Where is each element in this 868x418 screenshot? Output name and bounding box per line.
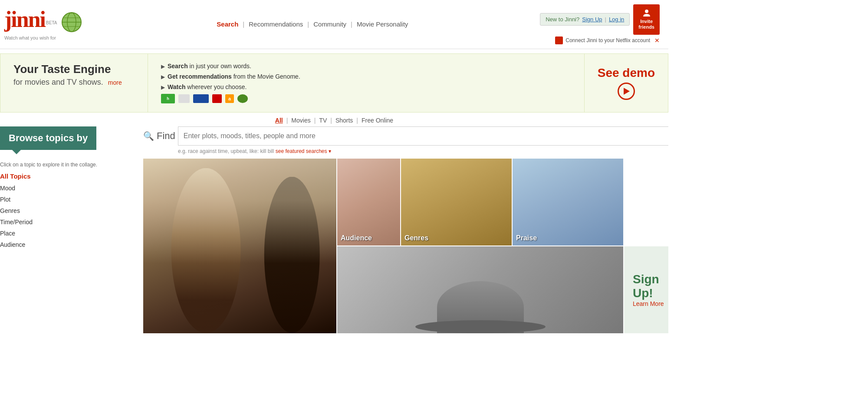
filter-shorts[interactable]: Shorts bbox=[335, 117, 353, 124]
hero-feature-watch: ▶ Watch wherever you choose. bbox=[161, 83, 571, 90]
nav-recommendations[interactable]: Recommendations bbox=[249, 20, 303, 28]
search-icon: 🔍 bbox=[143, 131, 154, 141]
blockbuster-icon bbox=[193, 94, 209, 103]
feature-recs-bold: Get recommendations bbox=[168, 73, 232, 80]
hero-left: Your Taste Engine for movies and TV show… bbox=[0, 54, 148, 112]
topic-genres[interactable]: Genres bbox=[0, 205, 132, 216]
filter-sep-3: | bbox=[330, 117, 332, 124]
collage-praise-cell[interactable]: Praise bbox=[513, 159, 623, 245]
main-content: Browse topics by Click on a topic to exp… bbox=[0, 126, 668, 333]
filter-sep-2: | bbox=[314, 117, 316, 124]
search-input[interactable] bbox=[178, 126, 668, 146]
logo[interactable]: jinniBETA Watch what you wish for bbox=[4, 8, 85, 40]
signup-line2: Up! bbox=[633, 286, 653, 300]
login-link[interactable]: Log in bbox=[609, 16, 624, 23]
search-area: 🔍 Find Go e.g. race against time, upbeat… bbox=[139, 126, 668, 333]
browse-topics-button[interactable]: Browse topics by bbox=[0, 126, 96, 150]
netflix-watch-icon bbox=[212, 94, 222, 103]
auth-bar: New to Jinni? Sign Up | Log in bbox=[540, 13, 630, 26]
see-demo-area[interactable]: See demo bbox=[585, 54, 668, 112]
netflix-bar: Connect Jinni to your Netflix account ✕ bbox=[555, 36, 660, 44]
vudu-icon bbox=[178, 94, 190, 103]
nav-movie-personality[interactable]: Movie Personality bbox=[357, 20, 408, 28]
featured-searches-link[interactable]: see featured searches bbox=[276, 148, 329, 154]
audience-label: Audience bbox=[341, 234, 372, 242]
sidebar: Browse topics by Click on a topic to exp… bbox=[0, 126, 139, 333]
praise-label: Praise bbox=[516, 234, 537, 242]
logo-tagline: Watch what you wish for bbox=[4, 35, 85, 40]
arrow-icon-3: ▶ bbox=[161, 84, 165, 90]
arrow-icon-2: ▶ bbox=[161, 74, 165, 80]
filter-tv[interactable]: TV bbox=[319, 117, 327, 124]
person-icon bbox=[642, 9, 651, 17]
hero-banner: Your Taste Engine for movies and TV show… bbox=[0, 53, 668, 113]
filter-movies[interactable]: Movies bbox=[291, 117, 310, 124]
hero-feature-recommendations: ▶ Get recommendations from the Movie Gen… bbox=[161, 73, 571, 80]
search-bar: 🔍 Find Go bbox=[143, 126, 668, 146]
nav-sep-3: | bbox=[351, 20, 352, 28]
hero-subtitle: for movies and TV shows. more bbox=[13, 78, 135, 87]
signup-title: Sign Up! bbox=[633, 272, 659, 300]
watch-icons: h a bbox=[161, 94, 571, 103]
collage-grid: Audience Genres Praise bbox=[143, 159, 668, 333]
collage-audience-cell[interactable]: Audience bbox=[337, 159, 400, 245]
topic-mood[interactable]: Mood bbox=[0, 182, 132, 194]
logo-text: jinni bbox=[4, 7, 45, 32]
demo-play-button[interactable] bbox=[618, 83, 635, 100]
play-icon bbox=[624, 88, 630, 95]
hero-title: Your Taste Engine bbox=[13, 63, 135, 76]
sidebar-hint: Click on a topic to explore it in the co… bbox=[0, 161, 132, 169]
green-service-icon bbox=[237, 94, 248, 103]
search-hint: e.g. race against time, upbeat, like: ki… bbox=[178, 148, 668, 154]
collage-signup-cell[interactable]: Sign Up! Learn More bbox=[624, 246, 668, 333]
topic-place[interactable]: Place bbox=[0, 228, 132, 239]
topic-audience[interactable]: Audience bbox=[0, 239, 132, 250]
feature-watch-bold: Watch bbox=[168, 83, 185, 90]
invite-line1: Invite bbox=[638, 19, 654, 24]
nav-sep-1: | bbox=[243, 20, 244, 28]
search-hint-text: e.g. race against time, upbeat, like: ki… bbox=[178, 148, 274, 154]
filter-sep-1: | bbox=[286, 117, 288, 124]
amazon-icon: a bbox=[225, 94, 234, 103]
nav-search[interactable]: Search bbox=[217, 20, 238, 28]
see-demo-text: See demo bbox=[598, 66, 655, 80]
all-topics-link[interactable]: All Topics bbox=[0, 173, 132, 180]
hero-middle: ▶ Search in just your own words. ▶ Get r… bbox=[148, 54, 585, 112]
search-find-label: 🔍 Find bbox=[143, 130, 175, 142]
nav-sep-2: | bbox=[307, 20, 309, 28]
netflix-text: Connect Jinni to your Netflix account bbox=[566, 37, 650, 43]
collage-hat-cell[interactable] bbox=[337, 246, 623, 333]
hulu-icon: h bbox=[161, 94, 175, 103]
feature-search-bold: Search bbox=[168, 63, 188, 70]
netflix-close-button[interactable]: ✕ bbox=[654, 37, 660, 44]
find-text: Find bbox=[157, 130, 175, 142]
nav-community[interactable]: Community bbox=[313, 20, 346, 28]
collage-genres-cell[interactable]: Genres bbox=[401, 159, 512, 245]
genres-label: Genres bbox=[404, 234, 428, 242]
filter-free-online[interactable]: Free Online bbox=[362, 117, 393, 124]
topic-time-period[interactable]: Time/Period bbox=[0, 216, 132, 228]
collage-main-cell[interactable] bbox=[143, 159, 336, 333]
logo-area: jinniBETA Watch what you wish for bbox=[4, 8, 85, 40]
featured-searches-arrow: ▾ bbox=[329, 148, 331, 154]
header-right: New to Jinni? Sign Up | Log in Invite fr… bbox=[540, 4, 660, 44]
filter-tabs: All | Movies | TV | Shorts | Free Online bbox=[0, 113, 668, 126]
signup-line1: Sign bbox=[633, 272, 659, 286]
auth-new-to-text: New to Jinni? bbox=[546, 16, 579, 23]
auth-sep: | bbox=[605, 16, 606, 23]
header: jinniBETA Watch what you wish for Search… bbox=[0, 0, 668, 49]
hero-subtitle-text: for movies and TV shows. bbox=[13, 78, 103, 86]
arrow-icon-1: ▶ bbox=[161, 63, 165, 70]
filter-sep-4: | bbox=[356, 117, 358, 124]
signup-link[interactable]: Sign Up bbox=[582, 16, 602, 23]
logo-beta-label: BETA bbox=[46, 20, 57, 25]
logo-icon bbox=[59, 8, 85, 34]
filter-all[interactable]: All bbox=[275, 117, 283, 124]
hero-more-link[interactable]: more bbox=[108, 79, 122, 86]
svg-point-7 bbox=[645, 10, 648, 13]
topic-plot[interactable]: Plot bbox=[0, 194, 132, 205]
invite-line2: friends bbox=[638, 24, 654, 30]
signup-learn-more-link[interactable]: Learn More bbox=[633, 300, 664, 307]
main-nav: Search | Recommendations | Community | M… bbox=[85, 20, 540, 28]
invite-friends-button[interactable]: Invite friends bbox=[633, 4, 660, 35]
